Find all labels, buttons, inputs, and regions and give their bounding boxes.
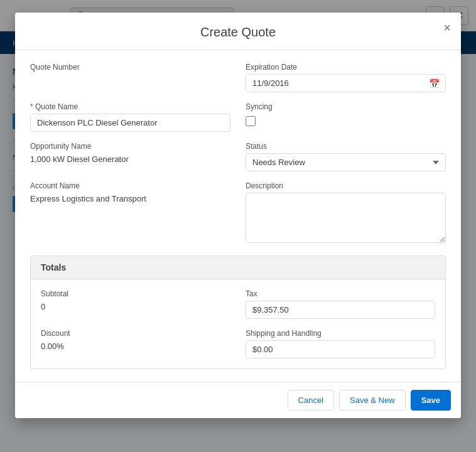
quote-number-group: Quote Number	[30, 63, 230, 92]
shipping-group: Shipping and Handling	[246, 329, 435, 358]
shipping-label: Shipping and Handling	[246, 329, 435, 338]
opportunity-name-value: 1,000 kW Diesel Generator	[30, 153, 230, 164]
expiration-date-input-wrapper: 📅	[246, 74, 446, 92]
quote-name-label: Quote Name	[30, 102, 230, 111]
form-grid: Quote Number Expiration Date 📅 Quote Nam…	[30, 63, 446, 243]
expiration-date-group: Expiration Date 📅	[246, 63, 446, 92]
expiration-date-label: Expiration Date	[246, 63, 446, 72]
totals-body: Subtotal 0 Tax Discount 0.00%	[31, 279, 445, 369]
status-select[interactable]: Needs Review Draft Approved Denied Prese…	[246, 153, 446, 171]
subtotal-value: 0	[41, 301, 230, 311]
modal-title: Create Quote	[30, 25, 446, 40]
save-new-button[interactable]: Save & New	[339, 390, 406, 411]
modal-close-button[interactable]: ×	[443, 21, 451, 34]
description-group: Description	[246, 181, 446, 243]
modal-backdrop: Create Quote × Quote Number Expiration D…	[0, 0, 476, 452]
status-label: Status	[246, 142, 446, 151]
quote-number-label: Quote Number	[30, 63, 230, 72]
description-textarea[interactable]	[246, 193, 446, 243]
totals-header: Totals	[31, 256, 445, 279]
modal-header: Create Quote ×	[15, 13, 461, 50]
create-quote-modal: Create Quote × Quote Number Expiration D…	[15, 13, 461, 418]
account-name-group: Account Name Express Logistics and Trans…	[30, 181, 230, 243]
subtotal-group: Subtotal 0	[41, 289, 230, 319]
tax-label: Tax	[246, 289, 435, 298]
syncing-checkbox-wrapper	[246, 116, 446, 126]
modal-footer: Cancel Save & New Save	[15, 382, 461, 418]
quote-name-input[interactable]	[30, 114, 230, 132]
syncing-label: Syncing	[246, 102, 446, 111]
tax-group: Tax	[246, 289, 435, 319]
discount-label: Discount	[41, 329, 230, 338]
opportunity-name-group: Opportunity Name 1,000 kW Diesel Generat…	[30, 142, 230, 171]
status-group: Status Needs Review Draft Approved Denie…	[246, 142, 446, 171]
expiration-date-input[interactable]	[246, 74, 446, 92]
description-label: Description	[246, 181, 446, 190]
shipping-input[interactable]	[246, 340, 435, 358]
save-button[interactable]: Save	[411, 390, 451, 411]
account-name-value: Express Logistics and Transport	[30, 193, 230, 203]
subtotal-label: Subtotal	[41, 289, 230, 298]
tax-input[interactable]	[246, 301, 435, 319]
discount-value: 0.00%	[41, 340, 230, 351]
discount-group: Discount 0.00%	[41, 329, 230, 358]
quote-number-value	[30, 74, 230, 75]
totals-section: Totals Subtotal 0 Tax Discount	[30, 256, 446, 369]
quote-name-group: Quote Name	[30, 102, 230, 132]
syncing-checkbox[interactable]	[246, 116, 256, 126]
cancel-button[interactable]: Cancel	[288, 390, 334, 411]
syncing-group: Syncing	[246, 102, 446, 132]
calendar-icon: 📅	[429, 78, 440, 89]
account-name-label: Account Name	[30, 181, 230, 190]
opportunity-name-label: Opportunity Name	[30, 142, 230, 151]
modal-body: Quote Number Expiration Date 📅 Quote Nam…	[15, 50, 461, 382]
